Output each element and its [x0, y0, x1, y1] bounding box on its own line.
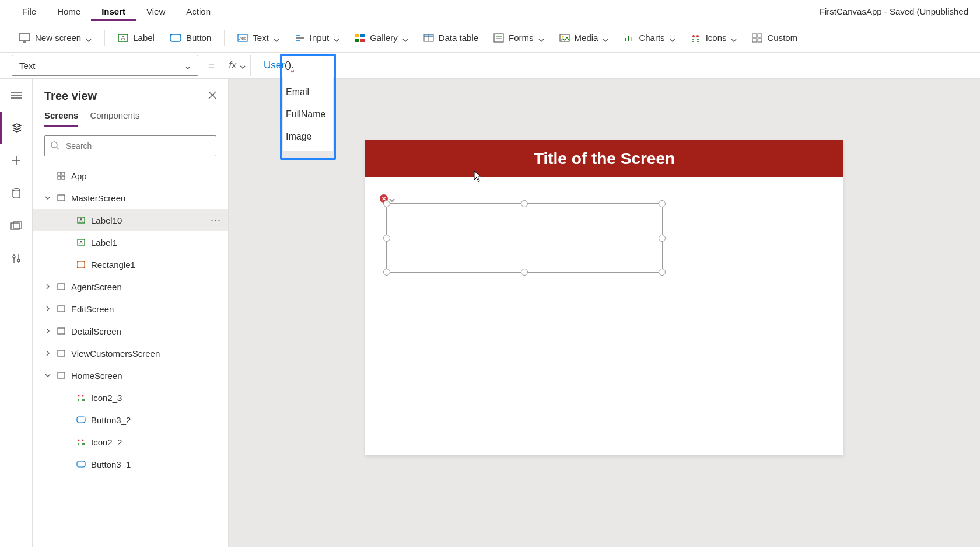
screen-icon	[56, 327, 66, 335]
svg-point-67	[78, 440, 80, 441]
forms-dropdown[interactable]: Forms	[487, 29, 551, 46]
charts-dropdown[interactable]: Charts	[617, 29, 682, 46]
tree-node-viewcustomersscreen[interactable]: ViewCustomersScreen	[33, 342, 228, 364]
menu-insert[interactable]: Insert	[91, 2, 136, 21]
tree-node-masterscreen[interactable]: MasterScreen	[33, 187, 228, 209]
svg-rect-11	[355, 39, 359, 42]
tree-list: App MasterScreen Label10 ··· Label1 Rect…	[33, 165, 228, 547]
svg-point-21	[562, 36, 564, 37]
formula-parens: ()	[285, 60, 291, 71]
menu-action[interactable]: Action	[176, 2, 221, 21]
rail-tree-view-button[interactable]	[0, 112, 32, 144]
rail-hamburger-button[interactable]	[0, 79, 32, 112]
sliders-icon	[12, 253, 21, 264]
fx-button[interactable]: fx	[225, 55, 251, 76]
rail-media-button[interactable]	[0, 210, 32, 242]
property-dropdown[interactable]: Text	[12, 55, 198, 76]
resize-handle-bm[interactable]	[521, 269, 528, 276]
tree-node-button3-2[interactable]: Button3_2	[33, 409, 228, 431]
gallery-dropdown[interactable]: Gallery	[348, 29, 415, 46]
tree-node-editscreen[interactable]: EditScreen	[33, 298, 228, 320]
screen-icon	[19, 33, 30, 43]
media-icon	[10, 221, 22, 231]
button-button[interactable]: Button	[163, 29, 218, 46]
text-dropdown[interactable]: Abc Text	[230, 29, 286, 46]
input-dropdown[interactable]: Input	[288, 29, 346, 46]
tree-node-agentscreen[interactable]: AgentScreen	[33, 276, 228, 298]
svg-rect-23	[628, 36, 629, 41]
menu-view[interactable]: View	[136, 2, 176, 21]
tree-node-button3-1[interactable]: Button3_1	[33, 453, 228, 475]
svg-point-41	[13, 256, 15, 258]
svg-point-42	[18, 259, 20, 262]
tree-node-homescreen[interactable]: HomeScreen	[33, 364, 228, 386]
resize-handle-tl[interactable]	[383, 200, 390, 207]
icons-icon	[76, 393, 86, 402]
formula-input[interactable]: User().	[258, 55, 968, 76]
svg-rect-49	[58, 176, 61, 179]
new-screen-button[interactable]: New screen	[12, 29, 99, 46]
rail-tools-button[interactable]	[0, 242, 32, 275]
data-table-button[interactable]: Data table	[416, 29, 485, 46]
autocomplete-item-image[interactable]: Image	[283, 126, 333, 148]
app-title: FirstCanvasApp - Saved (Unpublished	[820, 6, 968, 16]
resize-handle-tr[interactable]	[659, 200, 666, 207]
tree-node-detailscreen[interactable]: DetailScreen	[33, 320, 228, 342]
button-icon	[76, 416, 86, 423]
svg-text:Abc: Abc	[239, 36, 247, 40]
tab-components[interactable]: Components	[90, 110, 139, 127]
svg-rect-22	[625, 38, 626, 41]
more-button[interactable]: ···	[211, 214, 221, 227]
screen-preview[interactable]: Title of the Screen ✕	[365, 140, 844, 455]
resize-handle-tm[interactable]	[521, 200, 528, 207]
autocomplete-item-fullname[interactable]: FullName	[283, 103, 333, 126]
button-icon	[170, 34, 181, 42]
database-icon	[12, 188, 21, 198]
formula-dot: .	[291, 60, 294, 71]
resize-handle-mr[interactable]	[659, 235, 666, 242]
label-icon	[76, 239, 86, 246]
rail-data-button[interactable]	[0, 177, 32, 210]
media-dropdown[interactable]: Media	[552, 29, 616, 46]
screen-icon	[56, 283, 66, 290]
app-icon	[56, 172, 66, 180]
tree-search-input[interactable]	[44, 135, 216, 156]
tree-node-rectangle1[interactable]: Rectangle1	[33, 253, 228, 276]
tree-node-icon2-3[interactable]: Icon2_3	[33, 386, 228, 409]
ribbon-bar: New screen Label Button Abc Text Input G…	[0, 23, 980, 53]
resize-handle-ml[interactable]	[383, 235, 390, 242]
svg-point-45	[51, 142, 57, 148]
autocomplete-item-email[interactable]: Email	[283, 81, 333, 103]
tree-node-label1[interactable]: Label1	[33, 231, 228, 253]
resize-handle-bl[interactable]	[383, 269, 390, 276]
left-rail	[0, 79, 33, 547]
resize-handle-br[interactable]	[659, 269, 666, 276]
svg-rect-47	[58, 172, 61, 175]
tab-screens[interactable]: Screens	[44, 110, 78, 127]
icons-dropdown[interactable]: Icons	[684, 29, 744, 46]
screen-title-bar[interactable]: Title of the Screen	[365, 140, 844, 177]
close-panel-button[interactable]	[208, 91, 216, 102]
menu-file[interactable]: File	[12, 2, 47, 21]
charts-icon	[624, 34, 634, 42]
custom-dropdown[interactable]: Custom	[745, 29, 804, 46]
input-icon	[295, 34, 305, 42]
selected-control-label10[interactable]: ✕	[386, 203, 663, 273]
screen-icon	[56, 372, 66, 379]
tree-node-app[interactable]: App	[33, 165, 228, 187]
label-button[interactable]: Label	[111, 29, 162, 46]
tree-node-icon2-2[interactable]: Icon2_2	[33, 431, 228, 453]
svg-rect-24	[631, 37, 632, 41]
chevron-down-icon	[44, 372, 51, 378]
svg-point-65	[82, 395, 84, 397]
rail-insert-button[interactable]	[0, 144, 32, 177]
svg-point-68	[82, 440, 84, 441]
menu-home[interactable]: Home	[47, 2, 91, 21]
hamburger-icon	[11, 91, 22, 99]
chevron-down-icon	[240, 62, 246, 68]
tree-node-label10[interactable]: Label10 ···	[33, 209, 228, 231]
svg-line-46	[57, 147, 59, 149]
svg-point-58	[84, 267, 85, 268]
screen-icon	[56, 194, 66, 201]
svg-rect-62	[58, 350, 65, 356]
